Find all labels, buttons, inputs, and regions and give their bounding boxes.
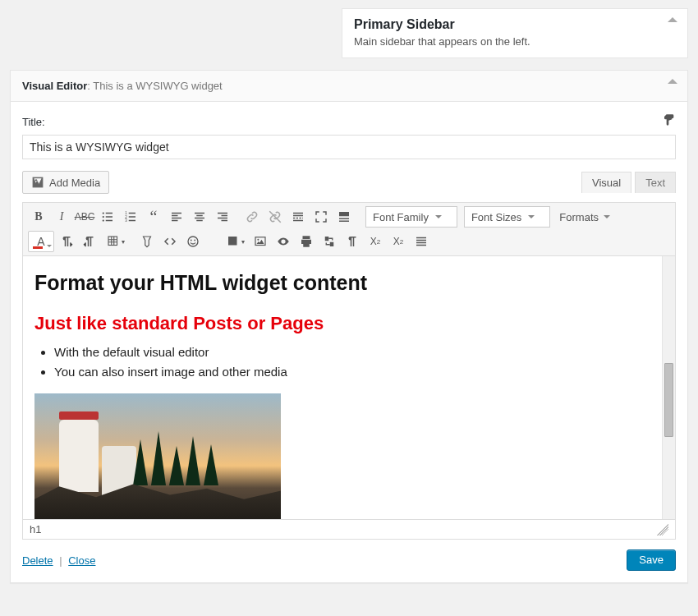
content-image[interactable]	[34, 393, 281, 519]
resize-handle[interactable]	[657, 524, 668, 536]
align-right-icon[interactable]	[212, 206, 233, 228]
svg-point-4	[103, 219, 104, 221]
paragraph-ltr-icon[interactable]	[56, 231, 77, 252]
separator: |	[59, 554, 62, 567]
link-icon[interactable]	[241, 206, 263, 228]
tab-visual[interactable]: Visual	[581, 172, 631, 193]
delete-link[interactable]: Delete	[22, 554, 53, 567]
unlink-icon[interactable]	[264, 206, 286, 228]
bold-icon[interactable]: B	[28, 206, 49, 228]
svg-point-10	[188, 237, 198, 246]
text-color-icon[interactable]: A	[28, 231, 54, 252]
sidebar-area-desc: Main sidebar that appears on the left.	[354, 35, 676, 48]
svg-text:3: 3	[125, 218, 127, 223]
subscript-icon[interactable]: X2	[365, 231, 386, 252]
svg-point-3	[103, 216, 104, 218]
element-path[interactable]: h1	[30, 523, 41, 536]
svg-rect-8	[339, 212, 349, 216]
widget-panel: Visual Editor: This is a WYSIWYG widget …	[10, 70, 688, 583]
align-center-icon[interactable]	[189, 206, 210, 228]
formats-select[interactable]: Formats	[554, 206, 615, 228]
editor-content[interactable]: Format your HTML widget content Just lik…	[23, 256, 662, 519]
editor-scrollbar[interactable]	[662, 256, 675, 519]
paragraph-rtl-icon[interactable]	[79, 231, 100, 252]
list-item: You can also insert image and other medi…	[54, 362, 650, 382]
background-color-icon[interactable]: ▾	[222, 231, 248, 252]
show-blocks-icon[interactable]	[342, 231, 363, 252]
sidebar-area-header[interactable]: Primary Sidebar Main sidebar that appear…	[342, 8, 688, 58]
svg-point-11	[191, 240, 192, 241]
close-link[interactable]: Close	[68, 554, 95, 567]
style-icon[interactable]	[663, 113, 676, 130]
editor-tabs: Visual Text	[581, 172, 676, 193]
title-input[interactable]	[22, 135, 676, 159]
align-left-icon[interactable]	[166, 206, 187, 228]
tab-text[interactable]: Text	[635, 172, 676, 193]
blockquote-icon[interactable]: “	[143, 206, 164, 228]
numbered-list-icon[interactable]: 123	[120, 206, 141, 228]
anchor-icon[interactable]	[136, 231, 158, 252]
add-media-button[interactable]: Add Media	[22, 171, 109, 194]
svg-point-0	[35, 179, 37, 181]
toolbar-toggle-icon[interactable]	[333, 206, 355, 228]
fullscreen-icon[interactable]	[310, 206, 332, 228]
svg-rect-13	[228, 237, 237, 246]
superscript-icon[interactable]: X2	[388, 231, 409, 252]
widget-subtitle: : This is a WYSIWYG widget	[87, 80, 222, 92]
table-icon[interactable]: ▾	[102, 231, 128, 252]
editor: B I ABC 123 “	[22, 202, 676, 540]
bullet-list-icon[interactable]	[97, 206, 118, 228]
font-family-select[interactable]: Font Family	[365, 206, 457, 228]
svg-rect-14	[255, 237, 265, 246]
print-icon[interactable]	[296, 231, 317, 252]
strikethrough-icon[interactable]: ABC	[74, 206, 95, 228]
sidebar-area-title: Primary Sidebar	[354, 17, 676, 32]
svg-point-12	[194, 240, 195, 241]
save-button[interactable]: Save	[627, 549, 676, 571]
collapse-icon[interactable]	[668, 17, 677, 22]
title-label: Title:	[22, 116, 45, 128]
scrollbar-thumb[interactable]	[664, 363, 673, 437]
svg-rect-9	[108, 237, 117, 246]
widget-header[interactable]: Visual Editor: This is a WYSIWYG widget	[11, 71, 687, 102]
widget-name: Visual Editor	[22, 80, 87, 92]
insert-image-icon[interactable]	[250, 231, 271, 252]
insert-more-icon[interactable]	[287, 206, 309, 228]
editor-toolbar: B I ABC 123 “	[23, 203, 675, 256]
list-item: With the default visual editor	[54, 342, 650, 362]
svg-point-2	[103, 212, 104, 214]
content-heading-2: Just like standard Posts or Pages	[34, 313, 650, 334]
align-justify-icon[interactable]	[411, 231, 432, 252]
italic-icon[interactable]: I	[51, 206, 72, 228]
media-icon	[31, 176, 44, 189]
font-sizes-select[interactable]: Font Sizes	[464, 206, 550, 228]
collapse-icon[interactable]	[668, 79, 677, 84]
content-list: With the default visual editor You can a…	[54, 342, 650, 382]
svg-point-15	[257, 239, 259, 241]
content-heading-1: Format your HTML widget content	[34, 271, 650, 295]
preview-icon[interactable]	[273, 231, 294, 252]
code-icon[interactable]	[159, 231, 181, 252]
emoji-icon[interactable]	[182, 231, 204, 252]
find-replace-icon[interactable]	[319, 231, 340, 252]
add-media-label: Add Media	[49, 177, 100, 189]
